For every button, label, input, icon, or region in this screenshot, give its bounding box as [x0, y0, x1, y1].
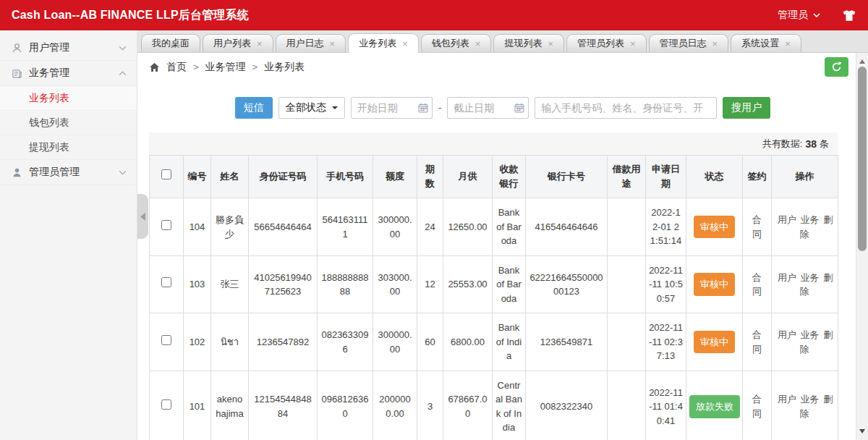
user-dropdown[interactable]: 管理员 — [778, 9, 820, 22]
sidebar-item-admin-mgmt[interactable]: 管理员管理 — [0, 160, 137, 185]
tab-user-list[interactable]: 用户列表× — [203, 34, 273, 52]
sms-button[interactable]: 短信 — [235, 97, 273, 119]
tab-user-log[interactable]: 用户日志× — [276, 34, 346, 52]
cell-periods: 24 — [417, 198, 443, 256]
tab-withdraw-list[interactable]: 提现列表× — [493, 34, 564, 52]
tab-label: 业务列表 — [359, 37, 396, 50]
tab-label: 管理员日志 — [660, 37, 707, 50]
cell-date: 2022-11-11 02:37:13 — [646, 313, 686, 371]
breadcrumb-item[interactable]: 业务管理 — [205, 61, 246, 74]
close-icon[interactable]: × — [630, 39, 636, 48]
home-icon — [149, 62, 160, 72]
chevron-down-icon — [119, 46, 127, 51]
contract-link[interactable]: 合同 — [752, 271, 762, 299]
search-user-button[interactable]: 搜用户 — [723, 97, 770, 119]
tab-admin-log[interactable]: 管理员日志× — [649, 34, 729, 52]
close-icon[interactable]: × — [402, 39, 408, 48]
column-header: 额度 — [373, 156, 417, 198]
sidebar-item-user-mgmt[interactable]: 用户管理 — [0, 35, 137, 61]
action-link-business[interactable]: 业务 — [801, 329, 820, 340]
cell-purpose — [608, 198, 646, 256]
action-link-user[interactable]: 用户 — [778, 394, 796, 405]
cell-amount: 300000.00 — [373, 313, 417, 371]
tab-business-list[interactable]: 业务列表× — [348, 33, 419, 53]
tab-system-settings[interactable]: 系统设置× — [731, 34, 801, 52]
table-body: 104勝多負少566546464645641631111300000.00241… — [150, 198, 838, 440]
action-link-user[interactable]: 用户 — [778, 214, 796, 225]
close-icon[interactable]: × — [712, 39, 718, 48]
tab-label: 提现列表 — [504, 37, 542, 50]
doc-icon — [12, 68, 22, 79]
row-checkbox[interactable] — [161, 335, 171, 345]
scroll-down-arrow-icon[interactable] — [859, 429, 865, 436]
sidebar: 用户管理业务管理业务列表钱包列表提现列表管理员管理 — [0, 30, 137, 440]
column-header: 收款银行 — [493, 156, 526, 198]
calendar-icon[interactable] — [514, 103, 524, 113]
scroll-up-arrow-icon[interactable] — [859, 56, 865, 64]
action-link-business[interactable]: 业务 — [801, 394, 820, 405]
vertical-scrollbar[interactable] — [856, 53, 868, 440]
tab-label: 系统设置 — [741, 37, 779, 50]
admin-icon — [12, 167, 22, 178]
contract-link[interactable]: 合同 — [752, 392, 762, 420]
cell-id: 104 — [184, 198, 211, 256]
search-input[interactable] — [535, 97, 717, 119]
breadcrumb-item[interactable]: 首页 — [166, 61, 187, 74]
close-icon[interactable]: × — [475, 39, 481, 48]
refresh-button[interactable] — [825, 57, 848, 77]
tab-my-desktop[interactable]: 我的桌面 — [141, 34, 200, 52]
action-link-business[interactable]: 业务 — [801, 214, 820, 225]
close-icon[interactable]: × — [548, 39, 553, 48]
breadcrumb-separator: > — [193, 62, 199, 72]
status-badge[interactable]: 审核中 — [694, 331, 735, 354]
contract-link[interactable]: 合同 — [752, 328, 762, 356]
tab-admin-list[interactable]: 管理员列表× — [566, 34, 647, 52]
sidebar-item-withdraw-list[interactable]: 提现列表 — [0, 135, 137, 160]
cell-purpose — [608, 313, 646, 371]
content-body: 短信 全部状态 - — [137, 81, 868, 440]
cell-card: 1236549871 — [526, 313, 608, 371]
cell-card: 6222166455000000123 — [526, 255, 608, 313]
cell-id_card: 1215454484884 — [249, 371, 318, 440]
theme-tshirt-icon[interactable] — [842, 9, 856, 22]
action-link-user[interactable]: 用户 — [778, 329, 796, 340]
status-badge[interactable]: 审核中 — [694, 273, 735, 296]
column-header: 借款用途 — [608, 156, 646, 198]
cell-amount: 303000.00 — [373, 255, 417, 313]
calendar-icon[interactable] — [418, 103, 428, 113]
action-link-business[interactable]: 业务 — [801, 272, 820, 283]
cell-name: akeno hajima — [211, 371, 249, 440]
cell-id: 103 — [184, 255, 211, 313]
status-badge[interactable]: 放款失败 — [689, 395, 740, 418]
tab-label: 用户列表 — [213, 37, 251, 50]
select-all-checkbox[interactable] — [161, 169, 171, 179]
scrollbar-thumb[interactable] — [858, 67, 867, 251]
tab-label: 管理员列表 — [577, 37, 624, 50]
sidebar-item-business-mgmt[interactable]: 业务管理 — [0, 61, 137, 86]
close-icon[interactable]: × — [330, 39, 336, 48]
tab-wallet-list[interactable]: 钱包列表× — [421, 34, 492, 52]
cell-purpose — [608, 255, 646, 313]
table-row: 103张三41025619940712562318888888888303000… — [150, 255, 838, 313]
cell-date: 2022-12-01 21:51:14 — [646, 198, 686, 256]
select-caret-icon — [332, 106, 338, 112]
status-badge[interactable]: 审核中 — [694, 216, 735, 239]
user-icon — [12, 43, 22, 54]
row-checkbox[interactable] — [161, 399, 171, 410]
contract-link[interactable]: 合同 — [752, 213, 762, 241]
cell-name: นิชา — [211, 313, 249, 371]
status-select[interactable]: 全部状态 — [278, 97, 345, 119]
row-checkbox[interactable] — [161, 220, 171, 230]
breadcrumb-item[interactable]: 业务列表 — [264, 61, 305, 74]
sidebar-item-label: 用户管理 — [29, 41, 69, 54]
sidebar-item-wallet-list[interactable]: 钱包列表 — [0, 111, 137, 135]
close-icon[interactable]: × — [785, 39, 791, 48]
sidebar-item-business-list[interactable]: 业务列表 — [0, 86, 137, 111]
summary-label: 共有数据: — [762, 138, 803, 151]
row-checkbox[interactable] — [161, 277, 171, 287]
cell-monthly: 12650.00 — [443, 198, 493, 256]
close-icon[interactable]: × — [257, 39, 263, 48]
sidebar-item-label: 业务管理 — [29, 67, 69, 80]
sidebar-collapse-handle[interactable] — [137, 194, 148, 239]
action-link-user[interactable]: 用户 — [778, 272, 796, 283]
